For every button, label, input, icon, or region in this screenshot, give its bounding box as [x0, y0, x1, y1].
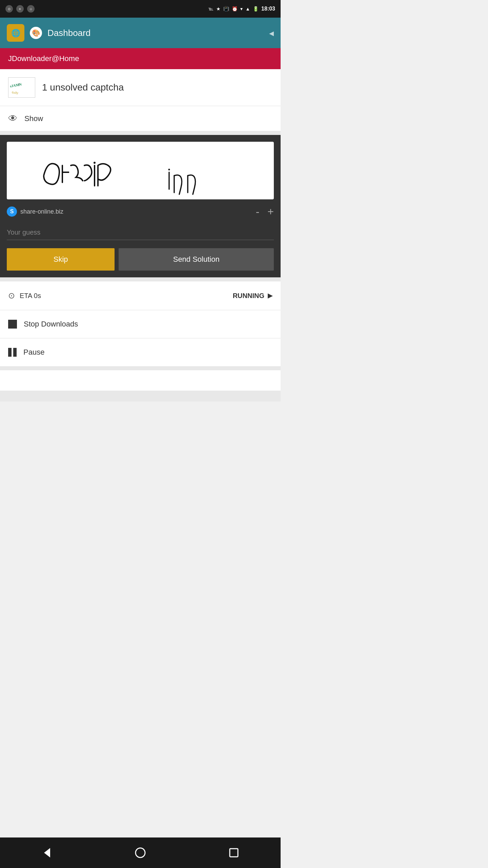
stop-downloads-row[interactable]: Stop Downloads	[0, 310, 281, 338]
source-name: share-online.biz	[20, 208, 63, 215]
send-solution-button[interactable]: Send Solution	[119, 248, 274, 271]
favorite-icon: ★	[216, 6, 221, 12]
pause-label: Pause	[23, 348, 44, 357]
play-icon: ▶	[268, 292, 272, 299]
status-bar-left: ⊙ ≡ ☺	[5, 5, 35, 13]
captcha-count-row: sJAMN 6x8y ? 1 unsolved captcha	[0, 69, 281, 106]
eye-icon: 👁	[8, 113, 18, 124]
battery-icon: 🔋	[253, 6, 259, 12]
captcha-image	[7, 142, 274, 199]
status-bar-right: ℡ ★ 📳 ⏰ ▾ ▲ 🔋 18:03	[208, 6, 275, 12]
show-label: Show	[24, 114, 43, 123]
running-label: RUNNING	[233, 292, 264, 300]
action-buttons: Skip Send Solution	[7, 248, 274, 271]
svg-point-8	[168, 169, 170, 171]
svg-rect-9	[8, 320, 17, 329]
status-bar: ⊙ ≡ ☺ ℡ ★ 📳 ⏰ ▾ ▲ 🔋 18:03	[0, 0, 281, 18]
svg-rect-6	[23, 142, 257, 199]
svg-point-7	[94, 162, 96, 164]
eta-label: ETA 0s	[20, 292, 41, 300]
captcha-thumbnail: sJAMN 6x8y ?	[8, 77, 35, 98]
eta-info: ⊙ ETA 0s	[8, 291, 41, 300]
captcha-count-text: 1 unsolved captcha	[42, 82, 124, 93]
status-time: 18:03	[261, 6, 275, 12]
captcha-source-row: S share-online.biz - +	[7, 206, 274, 217]
running-status: RUNNING ▶	[233, 292, 272, 300]
stop-icon	[8, 320, 17, 329]
app-bar-title: Dashboard	[47, 28, 264, 38]
alarm-icon: ⏰	[232, 6, 238, 12]
captcha-solver-card: S share-online.biz - + Skip Send Solutio…	[0, 135, 281, 277]
zoom-out-button[interactable]: -	[256, 206, 260, 217]
wifi-icon: ▾	[240, 6, 243, 12]
palette-icon: 🎨	[30, 27, 42, 39]
vibrate-icon: 📳	[223, 6, 229, 12]
svg-text:🌐: 🌐	[11, 28, 21, 38]
app-icon-1: ⊙	[5, 5, 13, 13]
bluetooth-icon: ℡	[208, 6, 214, 12]
status-card: ⊙ ETA 0s RUNNING ▶ Stop Downloads Pa	[0, 281, 281, 366]
pause-row[interactable]: Pause	[0, 338, 281, 366]
guess-input[interactable]	[7, 225, 274, 240]
stop-downloads-label: Stop Downloads	[24, 320, 78, 329]
signal-arrow-icon: ◂	[269, 27, 274, 39]
eta-row: ⊙ ETA 0s RUNNING ▶	[0, 281, 281, 310]
clock-icon: ⊙	[8, 291, 15, 300]
pause-icon	[8, 348, 17, 357]
share-online-icon: S	[7, 206, 17, 217]
jdownloader-instance-name: JDownloader@Home	[8, 54, 79, 63]
show-row[interactable]: 👁 Show	[0, 106, 281, 131]
app-logo-icon: 🌐	[7, 24, 24, 42]
jdownloader-card: JDownloader@Home sJAMN 6x8y ? 1 unsolved…	[0, 48, 281, 131]
app-icon-3: ☺	[27, 5, 35, 13]
zoom-in-button[interactable]: +	[267, 206, 274, 217]
app-bar: 🌐 🎨 Dashboard ◂	[0, 18, 281, 48]
bottom-card	[0, 370, 281, 391]
zoom-controls[interactable]: - +	[256, 206, 274, 217]
svg-text:6x8y: 6x8y	[12, 91, 19, 95]
app-icon-2: ≡	[16, 5, 24, 13]
signal-icon: ▲	[245, 6, 250, 12]
captcha-source-info: S share-online.biz	[7, 206, 63, 217]
skip-button[interactable]: Skip	[7, 248, 115, 271]
main-content: JDownloader@Home sJAMN 6x8y ? 1 unsolved…	[0, 48, 281, 401]
jdownloader-header: JDownloader@Home	[0, 48, 281, 69]
